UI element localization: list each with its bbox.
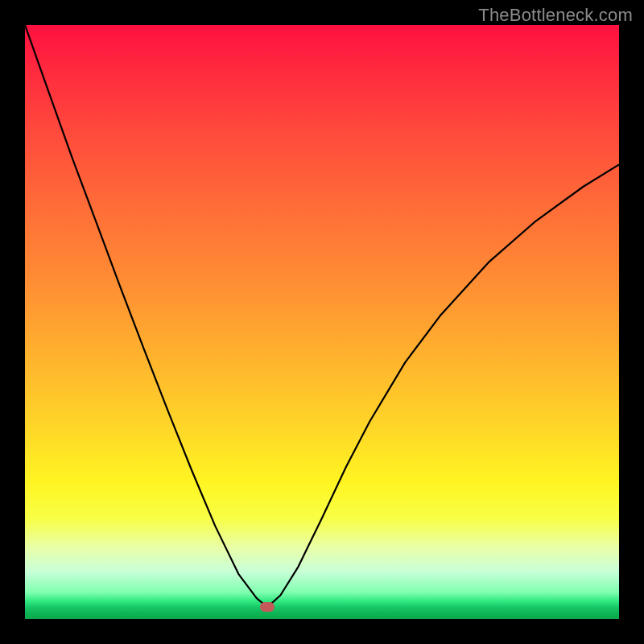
curve-line: [25, 25, 619, 619]
chart-frame: TheBottleneck.com: [0, 0, 644, 644]
plot-area: [25, 25, 619, 619]
minimum-marker: [260, 602, 275, 612]
watermark-text: TheBottleneck.com: [478, 5, 633, 26]
